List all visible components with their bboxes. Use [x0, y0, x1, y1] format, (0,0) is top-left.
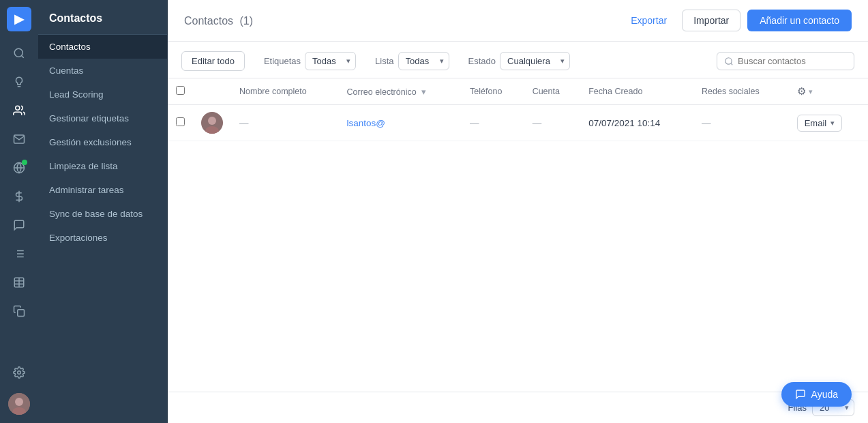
svg-point-18 [725, 57, 732, 63]
row-checkbox[interactable] [176, 117, 185, 126]
user-avatar-icon[interactable] [7, 392, 31, 416]
main-content: Contactos (1) Exportar Importar Añadir u… [168, 0, 868, 423]
svg-point-0 [14, 48, 23, 57]
gear-icon-nav[interactable] [7, 360, 31, 385]
row-tag-cell: Email ▾ [789, 105, 868, 141]
sidebar-item-sync-base-datos[interactable]: Sync de base de datos [38, 202, 167, 226]
import-button[interactable]: Importar [682, 10, 740, 31]
search-box[interactable] [717, 52, 854, 70]
tag-label: Email [805, 118, 827, 128]
user-avatar[interactable] [8, 393, 30, 415]
lista-select-wrapper: Todas [398, 52, 449, 70]
column-settings: ⚙ ▾ [797, 85, 860, 98]
sidebar-item-gestion-exclusiones[interactable]: Gestión exclusiones [38, 130, 167, 154]
lista-select[interactable]: Todas [398, 52, 449, 70]
contacts-table: Nombre completo Correo electrónico ▾ Tel… [168, 78, 868, 141]
table-settings-icon[interactable]: ⚙ [797, 85, 806, 98]
sidebar: Contactos Contactos Cuentas Lead Scoring… [38, 0, 168, 423]
app-logo[interactable]: ▶ [7, 7, 31, 31]
col-redes-header: Redes sociales [693, 78, 789, 105]
row-checkbox-cell [168, 105, 193, 141]
row-redes: — [693, 105, 789, 141]
sidebar-item-administrar-tareas[interactable]: Administrar tareas [38, 178, 167, 202]
list-icon[interactable] [7, 242, 31, 266]
icon-rail: ▶ [0, 0, 38, 423]
col-cuenta-header: Cuenta [524, 78, 581, 105]
table-footer: Filas 20 50 100 [168, 392, 868, 423]
sidebar-item-contactos[interactable]: Contactos [38, 35, 167, 59]
col-nombre-header: Nombre completo [231, 78, 339, 105]
row-telefono: — [462, 105, 524, 141]
svg-point-2 [16, 106, 20, 110]
lista-label: Lista [375, 56, 393, 66]
row-email: lsantos@ [339, 105, 462, 141]
estado-select-wrapper: Cualquiera [500, 52, 570, 70]
tag-chevron-icon: ▾ [830, 119, 835, 128]
page-title: Contactos (1) [184, 14, 253, 28]
topbar: Contactos (1) Exportar Importar Añadir u… [168, 0, 868, 42]
globe-icon[interactable] [7, 156, 31, 180]
email-icon[interactable] [7, 127, 31, 151]
select-all-checkbox[interactable] [176, 86, 185, 95]
search-icon-nav[interactable] [7, 41, 31, 65]
contacts-icon[interactable] [7, 98, 31, 123]
row-nombre: — [231, 105, 339, 141]
svg-point-21 [208, 117, 216, 125]
col-email-header: Correo electrónico ▾ [339, 78, 462, 105]
svg-point-16 [15, 398, 23, 406]
contact-email-link[interactable]: lsantos@ [347, 118, 385, 128]
svg-line-19 [731, 63, 733, 65]
export-button[interactable]: Exportar [623, 11, 675, 30]
col-checkbox [168, 78, 193, 105]
world-icon[interactable] [7, 270, 31, 295]
column-settings-chevron[interactable]: ▾ [809, 87, 813, 96]
sidebar-item-lead-scoring[interactable]: Lead Scoring [38, 83, 167, 106]
estado-filter: Estado Cualquiera [468, 52, 570, 70]
help-label: Ayuda [811, 389, 838, 400]
sidebar-title: Contactos [38, 0, 167, 35]
help-button[interactable]: Ayuda [781, 382, 852, 407]
etiquetas-label: Etiquetas [264, 56, 301, 66]
add-contact-button[interactable]: Añadir un contacto [747, 10, 852, 31]
sidebar-item-cuentas[interactable]: Cuentas [38, 59, 167, 83]
search-input[interactable] [738, 56, 847, 66]
col-settings-header: ⚙ ▾ [789, 78, 868, 105]
table-header-row: Nombre completo Correo electrónico ▾ Tel… [168, 78, 868, 105]
edit-all-button[interactable]: Editar todo [181, 51, 245, 71]
row-avatar-cell [193, 105, 231, 141]
etiquetas-select-wrapper: Todas [305, 52, 356, 70]
col-fecha-header: Fecha Creado [580, 78, 693, 105]
svg-rect-13 [18, 310, 25, 317]
contact-tag-dropdown[interactable]: Email ▾ [797, 115, 843, 132]
etiquetas-filter: Etiquetas Todas [264, 52, 356, 70]
row-fecha: 07/07/2021 10:14 [580, 105, 693, 141]
sidebar-item-gestionar-etiquetas[interactable]: Gestionar etiquetas [38, 106, 167, 130]
copy-icon[interactable] [7, 299, 31, 323]
etiquetas-select[interactable]: Todas [305, 52, 356, 70]
svg-point-14 [18, 371, 21, 375]
contact-avatar[interactable] [201, 112, 223, 134]
search-icon [724, 57, 734, 66]
toolbar: Editar todo Etiquetas Todas Lista Todas … [168, 42, 868, 78]
sidebar-item-limpieza-lista[interactable]: Limpieza de lista [38, 154, 167, 178]
chat-icon[interactable] [7, 213, 31, 237]
lightbulb-icon[interactable] [7, 70, 31, 94]
row-cuenta: — [524, 105, 581, 141]
svg-line-1 [21, 55, 23, 57]
email-sort-icon[interactable]: ▾ [421, 87, 426, 97]
topbar-actions: Exportar Importar Añadir un contacto [623, 10, 852, 31]
estado-label: Estado [468, 56, 496, 66]
lista-filter: Lista Todas [375, 52, 449, 70]
sidebar-item-exportaciones[interactable]: Exportaciones [38, 226, 167, 250]
col-avatar-header [193, 78, 231, 105]
notification-dot [22, 160, 27, 165]
dollar-icon[interactable] [7, 184, 31, 209]
contacts-table-area: Nombre completo Correo electrónico ▾ Tel… [168, 78, 868, 392]
help-chat-icon [795, 389, 806, 400]
estado-select[interactable]: Cualquiera [500, 52, 570, 70]
table-row: — lsantos@ — — 07/07/2021 10:14 — Email … [168, 105, 868, 141]
col-telefono-header: Teléfono [462, 78, 524, 105]
